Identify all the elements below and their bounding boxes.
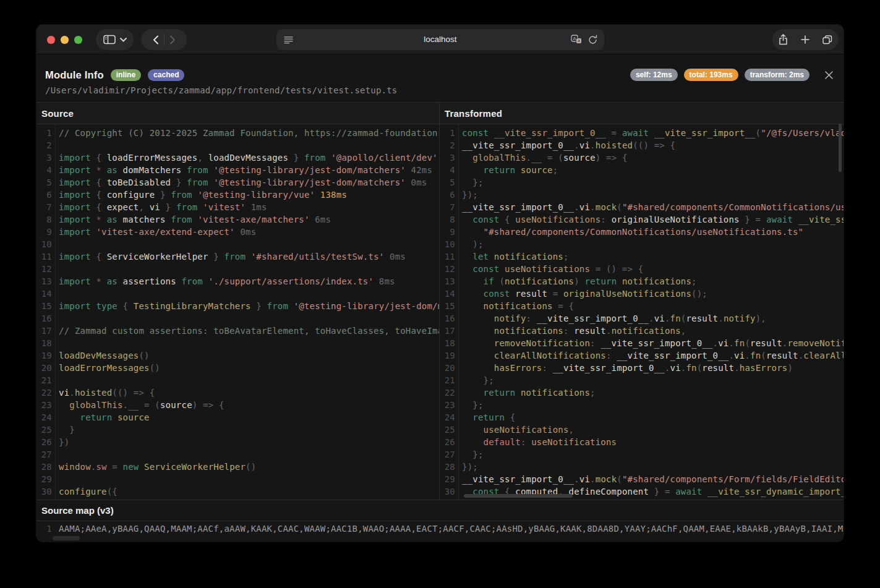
code-line: 24 return source	[36, 411, 439, 424]
code-line: 17// Zammad custom assertions: toBeAvata…	[36, 325, 439, 337]
code-line: 23 globalThis.__ = (source) => {	[36, 399, 439, 411]
line-number: 11	[440, 250, 458, 263]
line-number: 23	[36, 399, 55, 411]
line-number: 28	[440, 461, 458, 473]
sourcemap-horizontal-scrollbar[interactable]	[53, 536, 80, 540]
line-number: 30	[36, 485, 55, 498]
code-text	[55, 374, 59, 386]
line-number: 25	[36, 424, 55, 436]
code-text: clearAllNotifications: __vite_ssr_import…	[458, 349, 844, 362]
translate-icon[interactable]: Aa	[571, 35, 583, 45]
code-line: 25 }	[36, 424, 439, 436]
code-text: return notifications;	[458, 386, 596, 399]
line-number: 10	[440, 238, 458, 250]
line-number: 20	[36, 362, 55, 374]
share-icon[interactable]	[779, 34, 788, 45]
line-number: 17	[440, 325, 458, 337]
code-text: const __vite_ssr_import_0__ = await __vi…	[458, 127, 844, 139]
code-line: 4import * as domMatchers from '@testing-…	[36, 164, 439, 176]
code-text: window.sw = new ServiceWorkerHelper()	[55, 461, 256, 473]
code-line: 22 return notifications;	[440, 386, 844, 399]
code-line: 23 };	[440, 399, 844, 411]
new-tab-icon[interactable]	[801, 35, 810, 44]
code-text: notifications = {	[458, 300, 574, 312]
line-number: 20	[440, 362, 458, 374]
line-number: 2	[36, 139, 55, 151]
line-number: 24	[440, 411, 458, 424]
code-line: 12 const useNotifications = () => {	[440, 263, 844, 275]
line-number: 6	[36, 189, 55, 201]
code-text: loadDevMessages()	[55, 349, 150, 362]
url-text: localhost	[314, 29, 567, 50]
code-line: 24 return {	[440, 411, 844, 424]
code-line: 10	[36, 238, 439, 250]
code-line: 13 if (notifications) return notificatio…	[440, 275, 844, 288]
code-line: 8import * as matchers from 'vitest-axe/m…	[36, 213, 439, 226]
code-line: 12	[36, 263, 439, 275]
code-text: import * as assertions from './support/a…	[55, 275, 395, 288]
code-text: };	[458, 399, 484, 411]
code-line: 4 return source;	[440, 164, 844, 176]
reload-icon[interactable]	[588, 35, 597, 45]
tab-overview-icon[interactable]	[822, 35, 832, 45]
code-text: globalThis.__ = (source) => {	[55, 399, 224, 411]
code-line: 14 const result = originalUseNotificatio…	[440, 288, 844, 300]
code-text: notify: __vite_ssr_import_0__.vi.fn(resu…	[458, 312, 766, 325]
line-number: 7	[440, 201, 458, 213]
code-line: 28window.sw = new ServiceWorkerHelper()	[36, 461, 439, 473]
line-number: 2	[440, 139, 458, 151]
transformed-panel-title: Transformed	[440, 103, 844, 124]
vertical-scrollbar[interactable]	[839, 124, 842, 172]
line-number: 14	[36, 288, 55, 300]
module-path: /Users/vladimir/Projects/zammad/app/fron…	[45, 85, 834, 95]
code-text	[55, 473, 59, 485]
line-number: 7	[36, 201, 55, 213]
code-text: // Copyright (C) 2012-2025 Zammad Founda…	[55, 127, 439, 139]
code-text	[55, 337, 59, 349]
back-button[interactable]	[153, 35, 159, 45]
code-text: return source;	[458, 164, 558, 176]
transformed-code[interactable]: 1const __vite_ssr_import_0__ = await __v…	[440, 124, 844, 500]
close-window-button[interactable]	[47, 36, 55, 44]
line-number: 12	[440, 263, 458, 275]
code-line: 10 );	[440, 238, 844, 250]
code-line: 9 "#shared/components/CommonNotification…	[440, 226, 844, 238]
forward-button[interactable]	[169, 35, 176, 45]
transformed-panel: Transformed 1const __vite_ssr_import_0__…	[440, 103, 844, 500]
transformed-horizontal-scrollbar[interactable]	[464, 494, 573, 498]
code-line: 1// Copyright (C) 2012-2025 Zammad Found…	[36, 127, 439, 139]
line-number: 19	[440, 349, 458, 362]
address-bar[interactable]: localhost Aa	[276, 29, 604, 50]
zoom-window-button[interactable]	[74, 36, 82, 44]
line-number: 12	[36, 263, 55, 275]
code-line: 20 hasErrors: __vite_ssr_import_0__.vi.f…	[440, 362, 844, 374]
metric-transform: transform: 2ms	[745, 69, 810, 81]
line-number: 3	[440, 151, 458, 164]
code-line: 27 };	[440, 448, 844, 461]
code-line: 13import * as assertions from './support…	[36, 275, 439, 288]
code-text: };	[458, 176, 484, 189]
page-menu-icon[interactable]	[284, 36, 293, 44]
line-number: 10	[36, 238, 55, 250]
line-number: 29	[440, 473, 458, 485]
line-number: 23	[440, 399, 458, 411]
sidebar-toggle-button[interactable]	[96, 29, 134, 50]
source-code[interactable]: 1// Copyright (C) 2012-2025 Zammad Found…	[36, 124, 439, 500]
code-text: };	[458, 374, 494, 386]
traffic-lights[interactable]	[47, 36, 82, 44]
svg-text:a: a	[578, 38, 580, 43]
code-line: 22vi.hoisted(() => {	[36, 386, 439, 399]
sidebar-icon	[103, 35, 116, 45]
code-text: let notifications;	[458, 250, 569, 263]
code-line: 2__vite_ssr_import_0__.vi.hoisted(() => …	[440, 139, 844, 151]
browser-toolbar: localhost Aa	[36, 25, 844, 54]
badge-inline: inline	[111, 69, 141, 81]
code-text: configure({	[55, 485, 117, 498]
code-text: // Zammad custom assertions: toBeAvatarE…	[55, 325, 439, 337]
source-map-text: AAMA;AAeA,yBAAG,QAAQ,MAAM;AACf,aAAW,KAAK…	[55, 522, 844, 535]
line-number: 1	[440, 127, 458, 139]
minimize-window-button[interactable]	[61, 36, 69, 44]
code-line: 11import { ServiceWorkerHelper } from '#…	[36, 250, 439, 263]
code-line: 6});	[440, 189, 844, 201]
close-icon[interactable]	[824, 70, 834, 80]
